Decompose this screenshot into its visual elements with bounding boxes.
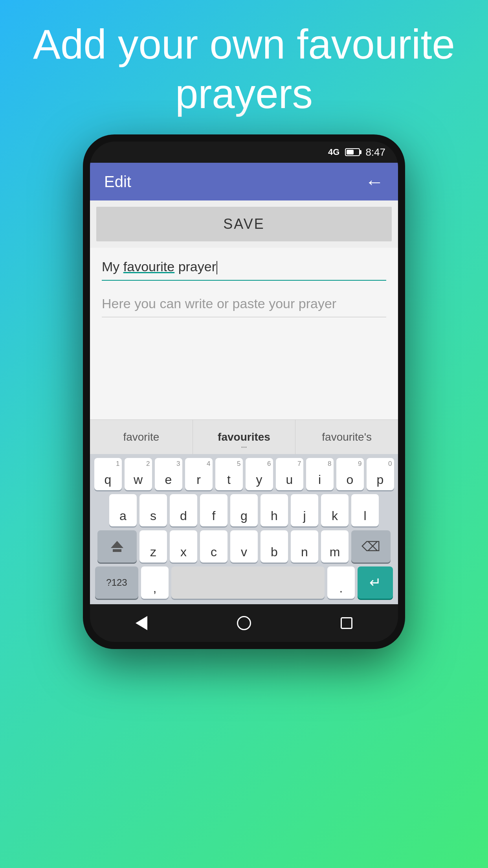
- key-i[interactable]: 8 i: [306, 458, 334, 490]
- key-a[interactable]: a: [109, 494, 137, 526]
- key-j[interactable]: j: [291, 494, 318, 526]
- nav-home-icon: [237, 616, 251, 630]
- keyboard: 1 q 2 w 3 e 4 r: [90, 454, 398, 604]
- battery-icon: [345, 148, 360, 156]
- title-input-wrapper: My favourite prayer: [102, 255, 386, 281]
- nav-bar: [90, 604, 398, 642]
- page-title: Add your own favourite prayers: [31, 20, 457, 119]
- key-row-3: z x c v b n: [93, 530, 395, 563]
- back-button[interactable]: ←: [365, 171, 384, 193]
- key-row-4: ?123 , . ↵: [93, 566, 395, 599]
- key-k[interactable]: k: [321, 494, 349, 526]
- time-display: 8:47: [365, 146, 385, 158]
- network-indicator: 4G: [328, 147, 339, 157]
- autocomplete-item-3[interactable]: favourite's: [295, 420, 398, 454]
- enter-icon: ↵: [369, 574, 381, 591]
- autocomplete-item-1[interactable]: favorite: [90, 420, 193, 454]
- input-fields-area: My favourite prayer Here you can write o…: [90, 248, 398, 317]
- key-q[interactable]: 1 q: [94, 458, 122, 490]
- key-w[interactable]: 2 w: [125, 458, 152, 490]
- key-d[interactable]: d: [170, 494, 197, 526]
- key-r[interactable]: 4 r: [185, 458, 213, 490]
- page-background: Add your own favourite prayers 4G 8:47 E…: [0, 0, 488, 868]
- nav-home-button[interactable]: [228, 611, 260, 635]
- shift-icon: [111, 541, 123, 552]
- phone-outer: 4G 8:47 Edit ← SAVE: [83, 134, 405, 649]
- key-row-1: 1 q 2 w 3 e 4 r: [93, 458, 395, 490]
- key-l[interactable]: l: [351, 494, 379, 526]
- spacebar-key[interactable]: [171, 566, 325, 599]
- nav-back-icon: [136, 616, 147, 630]
- app-bar-title: Edit: [104, 173, 131, 191]
- autocomplete-item-2[interactable]: favourites ···: [193, 420, 296, 454]
- nav-recents-icon: [341, 617, 352, 629]
- delete-key[interactable]: ⌫: [351, 530, 391, 563]
- key-c[interactable]: c: [200, 530, 227, 563]
- status-bar: 4G 8:47: [90, 142, 398, 163]
- key-n[interactable]: n: [291, 530, 318, 563]
- shift-key[interactable]: [97, 530, 137, 563]
- key-b[interactable]: b: [261, 530, 288, 563]
- autocomplete-bar: favorite favourites ··· favourite's: [90, 419, 398, 454]
- key-g[interactable]: g: [230, 494, 258, 526]
- app-content: SAVE: [90, 200, 398, 248]
- empty-content-area: [90, 317, 398, 419]
- sym-key[interactable]: ?123: [95, 566, 138, 599]
- text-cursor: [216, 261, 217, 274]
- save-button[interactable]: SAVE: [96, 207, 392, 241]
- key-e[interactable]: 3 e: [155, 458, 182, 490]
- key-o[interactable]: 9 o: [336, 458, 364, 490]
- key-comma[interactable]: ,: [141, 566, 169, 599]
- page-header: Add your own favourite prayers: [0, 0, 488, 134]
- prayer-input-wrapper: Here you can write or paste your prayer: [102, 292, 386, 317]
- delete-icon: ⌫: [361, 539, 380, 554]
- key-y[interactable]: 6 y: [246, 458, 273, 490]
- key-f[interactable]: f: [200, 494, 227, 526]
- prayer-input-placeholder[interactable]: Here you can write or paste your prayer: [102, 292, 386, 315]
- title-text-my: My: [102, 259, 123, 274]
- autocomplete-dots: ···: [241, 443, 247, 452]
- key-h[interactable]: h: [261, 494, 288, 526]
- key-m[interactable]: m: [321, 530, 349, 563]
- title-text-favourite: favourite: [123, 259, 174, 274]
- key-period[interactable]: .: [327, 566, 355, 599]
- key-p[interactable]: 0 p: [367, 458, 394, 490]
- key-s[interactable]: s: [139, 494, 167, 526]
- title-input-display[interactable]: My favourite prayer: [102, 255, 386, 278]
- nav-back-button[interactable]: [126, 611, 157, 635]
- key-u[interactable]: 7 u: [276, 458, 303, 490]
- key-v[interactable]: v: [230, 530, 258, 563]
- key-t[interactable]: 5 t: [215, 458, 243, 490]
- enter-key[interactable]: ↵: [358, 566, 393, 599]
- key-row-2: a s d f g h: [93, 494, 395, 526]
- title-text-prayer: prayer: [174, 259, 216, 274]
- key-x[interactable]: x: [170, 530, 197, 563]
- nav-recents-button[interactable]: [331, 611, 362, 635]
- key-z[interactable]: z: [139, 530, 167, 563]
- phone-inner: 4G 8:47 Edit ← SAVE: [90, 142, 398, 642]
- app-bar: Edit ←: [90, 163, 398, 200]
